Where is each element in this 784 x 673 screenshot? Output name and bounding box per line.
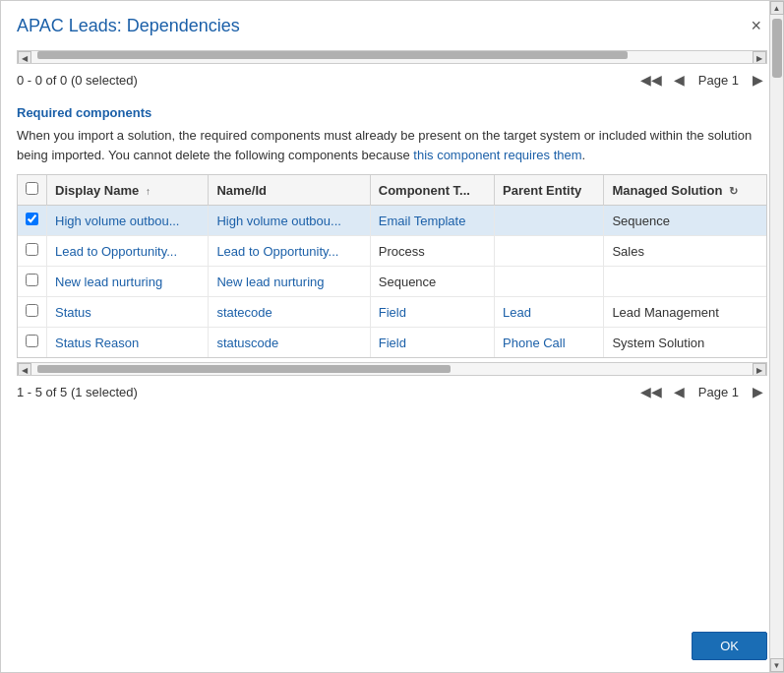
bottom-scroll-thumb[interactable]	[37, 365, 451, 373]
row-name-id[interactable]: statuscode	[209, 328, 370, 358]
row-checkbox[interactable]	[26, 213, 38, 225]
row-checkbox-cell[interactable]	[18, 328, 47, 358]
row-display-name[interactable]: Status Reason	[47, 328, 209, 358]
bottom-scroll-left-arrow[interactable]: ◀	[18, 363, 31, 376]
th-parent-entity-label: Parent Entity	[503, 183, 581, 198]
close-button[interactable]: ×	[745, 15, 767, 36]
row-checkbox[interactable]	[26, 335, 38, 347]
th-name-id: Name/Id	[209, 175, 370, 206]
dialog-header: APAC Leads: Dependencies ×	[1, 1, 783, 46]
row-name-id[interactable]: High volume outbou...	[209, 206, 370, 236]
bottom-range-label: 1 - 5 of 5 (1 selected)	[17, 385, 138, 399]
row-checkbox-cell[interactable]	[18, 236, 47, 267]
bottom-scrollbar[interactable]: ◀ ▶	[17, 362, 767, 376]
bottom-page-label: Page 1	[698, 385, 739, 399]
row-component-type[interactable]: Email Template	[370, 206, 494, 236]
row-checkbox-cell[interactable]	[18, 206, 47, 236]
row-display-name[interactable]: High volume outbou...	[47, 206, 209, 236]
th-managed-solution-label: Managed Solution	[612, 183, 722, 198]
top-first-page-btn[interactable]: ◀◀	[636, 70, 666, 90]
row-name-id[interactable]: New lead nurturing	[209, 267, 370, 297]
th-name-id-label: Name/Id	[216, 183, 267, 198]
row-managed-solution: Sales	[604, 236, 766, 267]
th-checkbox[interactable]	[18, 175, 47, 206]
row-checkbox[interactable]	[26, 274, 38, 286]
row-component-type: Process	[370, 236, 494, 267]
section-title: Required components	[1, 95, 783, 126]
display-name-sort-icon[interactable]: ↑	[146, 186, 151, 197]
section-desc-text2: .	[582, 148, 586, 162]
row-name-id[interactable]: statecode	[209, 297, 370, 328]
row-managed-solution: Lead Management	[604, 297, 766, 328]
bottom-pagination-bar: 1 - 5 of 5 (1 selected) ◀◀ ◀ Page 1 ▶	[1, 376, 783, 407]
right-scrollbar[interactable]: ▲ ▼	[769, 1, 783, 672]
select-all-checkbox[interactable]	[26, 182, 38, 195]
row-display-name[interactable]: Lead to Opportunity...	[47, 236, 209, 267]
table-row: StatusstatecodeFieldLeadLead Management	[18, 297, 766, 328]
right-scroll-thumb[interactable]	[772, 19, 782, 78]
row-display-name[interactable]: Status	[47, 297, 209, 328]
top-scroll-right-arrow[interactable]: ▶	[753, 51, 766, 64]
row-parent-entity	[495, 206, 604, 236]
row-checkbox-cell[interactable]	[18, 297, 47, 328]
top-range-label: 0 - 0 of 0 (0 selected)	[17, 73, 138, 88]
right-scroll-up-arrow[interactable]: ▲	[770, 1, 784, 15]
section-description: When you import a solution, the required…	[1, 126, 783, 174]
th-managed-solution: Managed Solution ↻	[604, 175, 766, 206]
dependencies-table-wrap: Display Name ↑ Name/Id Component T... Pa…	[17, 174, 767, 358]
row-parent-entity[interactable]: Phone Call	[495, 328, 604, 358]
top-pagination-controls: ◀◀ ◀ Page 1 ▶	[636, 70, 767, 90]
table-body: High volume outbou...High volume outbou.…	[18, 206, 766, 358]
row-component-type[interactable]: Field	[370, 297, 494, 328]
top-scroll-left-arrow[interactable]: ◀	[18, 51, 31, 64]
top-prev-page-btn[interactable]: ◀	[670, 70, 689, 90]
row-checkbox[interactable]	[26, 243, 38, 256]
dialog-footer: OK	[1, 620, 783, 672]
row-parent-entity[interactable]: Lead	[495, 297, 604, 328]
top-next-page-btn[interactable]: ▶	[749, 70, 767, 90]
row-component-type[interactable]: Field	[370, 328, 494, 358]
section-desc-link[interactable]: this component requires them	[413, 148, 581, 162]
ok-button[interactable]: OK	[692, 632, 767, 660]
row-managed-solution	[604, 267, 766, 297]
th-component-type: Component T...	[370, 175, 494, 206]
table-row: Lead to Opportunity...Lead to Opportunit…	[18, 236, 766, 267]
row-checkbox-cell[interactable]	[18, 267, 47, 297]
row-parent-entity	[495, 236, 604, 267]
dialog-container: APAC Leads: Dependencies × ◀ ▶ 0 - 0 of …	[0, 0, 784, 673]
section-desc-text1: When you import a solution, the required…	[17, 128, 752, 162]
right-scroll-down-arrow[interactable]: ▼	[770, 658, 784, 672]
top-pagination-bar: 0 - 0 of 0 (0 selected) ◀◀ ◀ Page 1 ▶	[1, 64, 783, 95]
table-row: High volume outbou...High volume outbou.…	[18, 206, 766, 236]
top-page-label: Page 1	[698, 73, 739, 88]
th-component-type-label: Component T...	[379, 183, 470, 198]
table-row: Status ReasonstatuscodeFieldPhone CallSy…	[18, 328, 766, 358]
row-managed-solution: System Solution	[604, 328, 766, 358]
row-checkbox[interactable]	[26, 304, 38, 317]
row-managed-solution: Sequence	[604, 206, 766, 236]
row-display-name[interactable]: New lead nurturing	[47, 267, 209, 297]
dependencies-table: Display Name ↑ Name/Id Component T... Pa…	[18, 175, 766, 357]
bottom-prev-page-btn[interactable]: ◀	[670, 382, 689, 401]
top-scrollbar[interactable]: ◀ ▶	[17, 50, 767, 64]
th-display-name: Display Name ↑	[47, 175, 209, 206]
bottom-next-page-btn[interactable]: ▶	[749, 382, 767, 401]
th-parent-entity: Parent Entity	[495, 175, 604, 206]
row-parent-entity	[495, 267, 604, 297]
row-name-id[interactable]: Lead to Opportunity...	[209, 236, 370, 267]
th-display-name-label: Display Name	[55, 183, 139, 198]
row-component-type: Sequence	[370, 267, 494, 297]
bottom-scroll-right-arrow[interactable]: ▶	[753, 363, 766, 376]
top-scroll-thumb[interactable]	[37, 51, 628, 59]
bottom-first-page-btn[interactable]: ◀◀	[636, 382, 666, 401]
table-header-row: Display Name ↑ Name/Id Component T... Pa…	[18, 175, 766, 206]
table-row: New lead nurturingNew lead nurturingSequ…	[18, 267, 766, 297]
bottom-pagination-controls: ◀◀ ◀ Page 1 ▶	[636, 382, 767, 401]
dialog-title: APAC Leads: Dependencies	[17, 16, 240, 36]
managed-solution-refresh-icon[interactable]: ↻	[729, 185, 738, 197]
